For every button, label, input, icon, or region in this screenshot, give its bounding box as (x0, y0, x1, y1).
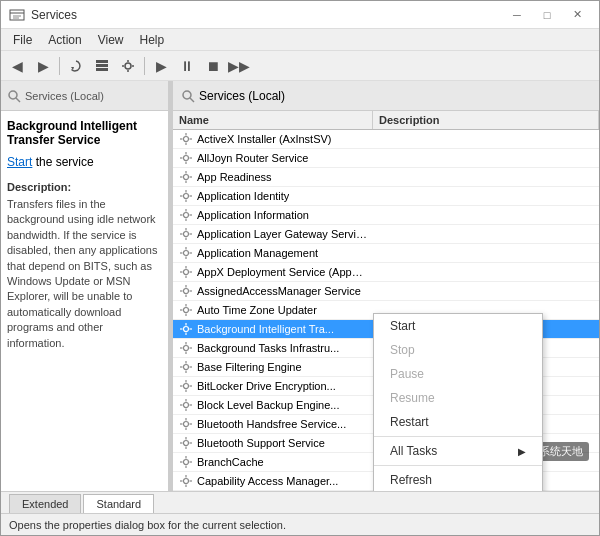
toolbar-play[interactable]: ▶ (149, 54, 173, 78)
ctx-pause: Pause (374, 362, 542, 386)
col-name-header[interactable]: Name (173, 111, 373, 129)
service-icon (179, 398, 193, 412)
menu-view[interactable]: View (90, 31, 132, 49)
context-menu: Start Stop Pause Resume Restart All Task… (373, 313, 543, 491)
ctx-stop: Stop (374, 338, 542, 362)
main-content: Services (Local) Background Intelligent … (1, 81, 599, 491)
svg-rect-7 (96, 68, 108, 71)
service-name-cell: Background Intelligent Tra... (173, 320, 373, 338)
svg-point-17 (184, 137, 189, 142)
svg-point-67 (184, 327, 189, 332)
svg-point-87 (184, 403, 189, 408)
svg-point-47 (184, 251, 189, 256)
tab-standard[interactable]: Standard (83, 494, 154, 513)
service-name-text: App Readiness (197, 171, 272, 183)
service-icon (179, 341, 193, 355)
service-name-text: Background Tasks Infrastru... (197, 342, 339, 354)
service-name-text: Application Identity (197, 190, 289, 202)
service-name-text: BranchCache (197, 456, 264, 468)
minimize-button[interactable]: ─ (503, 5, 531, 25)
table-row[interactable]: Application Identity (173, 187, 599, 206)
menu-file[interactable]: File (5, 31, 40, 49)
menu-help[interactable]: Help (132, 31, 173, 49)
title-bar: Services ─ □ ✕ (1, 1, 599, 29)
title-bar-left: Services (9, 7, 77, 23)
toolbar-sep2 (144, 57, 145, 75)
service-name-cell: Bluetooth Handsfree Service... (173, 415, 373, 433)
table-row[interactable]: ActiveX Installer (AxInstSV) (173, 130, 599, 149)
service-icon (179, 246, 193, 260)
service-name-text: AllJoyn Router Service (197, 152, 308, 164)
toolbar-stop[interactable]: ⏹ (201, 54, 225, 78)
table-row[interactable]: Application Management (173, 244, 599, 263)
svg-point-13 (9, 91, 17, 99)
svg-line-16 (190, 98, 194, 102)
service-icon (179, 227, 193, 241)
svg-point-77 (184, 365, 189, 370)
start-link[interactable]: Start (7, 155, 32, 169)
desc-text: Transfers files in the background using … (7, 197, 162, 351)
svg-rect-6 (96, 64, 108, 67)
toolbar-pause[interactable]: ⏸ (175, 54, 199, 78)
service-name-cell: AllJoyn Router Service (173, 149, 373, 167)
service-name-cell: Application Layer Gateway Service (173, 225, 373, 243)
service-name-cell: Application Identity (173, 187, 373, 205)
ctx-refresh[interactable]: Refresh (374, 468, 542, 491)
service-name-text: Capability Access Manager... (197, 475, 338, 487)
table-row[interactable]: App Readiness (173, 168, 599, 187)
service-name-text: Bluetooth Support Service (197, 437, 325, 449)
svg-point-37 (184, 213, 189, 218)
service-name-cell: Application Information (173, 206, 373, 224)
toolbar-sep1 (59, 57, 60, 75)
left-panel-title: Services (Local) (25, 90, 104, 102)
maximize-button[interactable]: □ (533, 5, 561, 25)
service-icon (179, 265, 193, 279)
tab-extended[interactable]: Extended (9, 494, 81, 513)
toolbar-refresh[interactable] (64, 54, 88, 78)
window-controls: ─ □ ✕ (503, 5, 591, 25)
svg-point-97 (184, 441, 189, 446)
service-name-cell: Block Level Backup Engine... (173, 396, 373, 414)
close-button[interactable]: ✕ (563, 5, 591, 25)
table-row[interactable]: AppX Deployment Service (AppXSVC) (173, 263, 599, 282)
menu-action[interactable]: Action (40, 31, 89, 49)
service-action: Start the service (7, 155, 162, 169)
left-panel: Services (Local) Background Intelligent … (1, 81, 169, 491)
toolbar-restart[interactable]: ▶▶ (227, 54, 251, 78)
table-row[interactable]: Application Information (173, 206, 599, 225)
table-row[interactable]: AssignedAccessManager Service (173, 282, 599, 301)
ctx-restart[interactable]: Restart (374, 410, 542, 434)
ctx-sep2 (374, 465, 542, 466)
service-name-cell: AssignedAccessManager Service (173, 282, 373, 300)
service-icon (179, 322, 193, 336)
right-panel-title: Services (Local) (199, 89, 285, 103)
service-icon (179, 170, 193, 184)
col-desc-header[interactable]: Description (373, 111, 599, 129)
ctx-resume: Resume (374, 386, 542, 410)
service-icon (179, 303, 193, 317)
service-name-text: ActiveX Installer (AxInstSV) (197, 133, 332, 145)
window-title: Services (31, 8, 77, 22)
svg-point-42 (184, 232, 189, 237)
table-row[interactable]: Application Layer Gateway Service (173, 225, 599, 244)
service-name-cell: ActiveX Installer (AxInstSV) (173, 130, 373, 148)
toolbar-back[interactable]: ◀ (5, 54, 29, 78)
toolbar-forward[interactable]: ▶ (31, 54, 55, 78)
start-suffix: the service (32, 155, 93, 169)
service-name-cell: BranchCache (173, 453, 373, 471)
toolbar-gear[interactable] (116, 54, 140, 78)
service-name-cell: Background Tasks Infrastru... (173, 339, 373, 357)
tabs-bar: Extended Standard (1, 491, 599, 513)
ctx-sep1 (374, 436, 542, 437)
ctx-start[interactable]: Start (374, 314, 542, 338)
service-name-text: Application Information (197, 209, 309, 221)
service-name-cell: Capability Access Manager... (173, 472, 373, 490)
toolbar-settings[interactable] (90, 54, 114, 78)
gear-icon (121, 59, 135, 73)
bottom-area: Extended Standard Opens the properties d… (1, 491, 599, 535)
ctx-all-tasks[interactable]: All Tasks▶ (374, 439, 542, 463)
service-description: Description: Transfers files in the back… (7, 181, 162, 351)
service-name-cell: Base Filtering Engine (173, 358, 373, 376)
table-row[interactable]: AllJoyn Router Service (173, 149, 599, 168)
service-name-text: BitLocker Drive Encryption... (197, 380, 336, 392)
